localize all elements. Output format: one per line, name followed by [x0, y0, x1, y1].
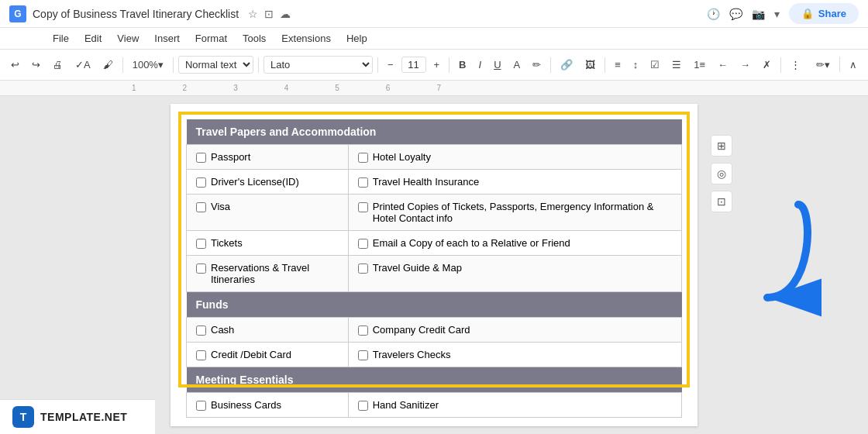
top-bar: G Copy of Business Travel Itinerary Chec…	[0, 0, 868, 28]
checkbox-travel-guide[interactable]	[358, 264, 368, 274]
menu-bar: File Edit View Insert Format Tools Exten…	[0, 28, 868, 50]
table-row: Reservations & Travel Itineraries Travel…	[187, 256, 682, 292]
spellcheck-button[interactable]: ✓A	[71, 57, 95, 73]
cell-reservations: Reservations & Travel Itineraries	[187, 256, 349, 292]
document-page: Travel Papers and Accommodation Passport…	[170, 104, 698, 426]
checkbox-health-insurance[interactable]	[358, 177, 368, 188]
checkbox-hotel-loyalty[interactable]	[358, 153, 368, 163]
clear-format-button[interactable]: ✗	[758, 57, 776, 73]
indent-increase-button[interactable]: →	[735, 57, 755, 73]
history-icon[interactable]: 🕐	[707, 8, 720, 20]
table-row: Credit /Debit Card Travelers Checks	[187, 343, 682, 367]
cell-hotel-loyalty: Hotel Loyalty	[348, 145, 681, 170]
collapse-button[interactable]: ∧	[845, 57, 862, 73]
align-button[interactable]: ≡	[610, 57, 625, 73]
checkbox-drivers-license[interactable]	[196, 177, 206, 188]
checkbox-company-credit[interactable]	[358, 326, 368, 336]
share-button[interactable]: 🔒 Share	[789, 3, 859, 24]
font-size-input[interactable]	[401, 57, 426, 73]
bold-button[interactable]: B	[454, 57, 470, 73]
highlight-button[interactable]: ✏	[528, 57, 546, 73]
cell-cash: Cash	[187, 318, 349, 343]
menu-help[interactable]: Help	[340, 31, 374, 46]
more-options-button[interactable]: ⋮	[786, 57, 805, 73]
cell-drivers-license: Driver's License(ID)	[187, 170, 349, 195]
separator-3	[258, 57, 259, 73]
font-size-plus[interactable]: +	[429, 57, 445, 73]
title-bar-icons: ☆ ⊡ ☁	[248, 8, 291, 20]
star-icon[interactable]: ☆	[248, 8, 258, 20]
sidebar-icon-2[interactable]: ◎	[711, 163, 732, 184]
table-row: Visa Printed Copies of Tickets, Passport…	[187, 195, 682, 231]
watermark: T TEMPLATE.NET	[0, 399, 155, 434]
checkbox-debit-card[interactable]	[196, 350, 206, 360]
undo-button[interactable]: ↩	[6, 57, 24, 73]
checklist-table: Travel Papers and Accommodation Passport…	[186, 119, 682, 418]
redo-button[interactable]: ↪	[27, 57, 45, 73]
separator-5	[449, 57, 450, 73]
cell-travelers-checks: Travelers Checks	[348, 343, 681, 367]
link-button[interactable]: 🔗	[556, 57, 577, 73]
image-button[interactable]: 🖼	[580, 57, 600, 73]
text-style-select[interactable]: Normal text Heading 1 Heading 2	[178, 56, 253, 74]
google-docs-icon: G	[9, 5, 26, 22]
travel-section-title: Travel Papers and Accommodation	[187, 119, 682, 145]
checkbox-hand-sanitizer[interactable]	[358, 401, 368, 411]
checkbox-tickets[interactable]	[196, 239, 206, 249]
camera-dropdown[interactable]: ▾	[774, 8, 780, 20]
camera-icon[interactable]: 📷	[752, 8, 765, 20]
cell-visa: Visa	[187, 195, 349, 231]
print-button[interactable]: 🖨	[48, 57, 67, 73]
format-painter-button[interactable]: 🖌	[98, 57, 118, 73]
cell-company-credit: Company Credit Card	[348, 318, 681, 343]
section-header-travel: Travel Papers and Accommodation	[187, 119, 682, 145]
indent-decrease-button[interactable]: ←	[713, 57, 732, 73]
section-header-meeting: Meeting Essentials	[187, 367, 682, 393]
checkbox-visa[interactable]	[196, 202, 206, 212]
pen-button[interactable]: ✏▾	[811, 57, 835, 73]
checkbox-business-cards[interactable]	[196, 401, 206, 411]
font-size-minus[interactable]: −	[383, 57, 398, 73]
cell-email-copy: Email a Copy of each to a Relative or Fr…	[348, 231, 681, 256]
underline-button[interactable]: U	[489, 57, 505, 73]
cell-debit-card: Credit /Debit Card	[187, 343, 349, 367]
checkbox-reservations[interactable]	[196, 264, 206, 274]
comment-icon[interactable]: 💬	[729, 8, 742, 20]
section-header-funds: Funds	[187, 292, 682, 318]
line-spacing-button[interactable]: ↕	[629, 57, 643, 73]
menu-insert[interactable]: Insert	[148, 31, 186, 46]
zoom-display[interactable]: 100% ▾	[128, 57, 168, 73]
separator-2	[173, 57, 174, 73]
separator-6	[550, 57, 551, 73]
folder-icon[interactable]: ⊡	[264, 8, 274, 20]
checkbox-printed-copies[interactable]	[358, 202, 368, 212]
cell-passport: Passport	[187, 145, 349, 170]
toolbar: ↩ ↪ 🖨 ✓A 🖌 100% ▾ Normal text Heading 1 …	[0, 50, 868, 81]
font-select[interactable]: Lato Arial Times New Roman	[264, 56, 373, 74]
document-title: Copy of Business Travel Itinerary Checkl…	[33, 8, 239, 20]
list-button[interactable]: ☰	[667, 57, 686, 73]
menu-tools[interactable]: Tools	[236, 31, 272, 46]
cell-travel-guide: Travel Guide & Map	[348, 256, 681, 292]
checkbox-cash[interactable]	[196, 326, 206, 336]
checkbox-passport[interactable]	[196, 153, 206, 163]
cloud-icon[interactable]: ☁	[280, 8, 291, 20]
menu-format[interactable]: Format	[189, 31, 233, 46]
menu-extensions[interactable]: Extensions	[275, 31, 337, 46]
checkbox-travelers-checks[interactable]	[358, 350, 368, 360]
table-row: Cash Company Credit Card	[187, 318, 682, 343]
checkbox-email-copy[interactable]	[358, 239, 368, 249]
sidebar-icon-1[interactable]: ⊞	[711, 135, 732, 157]
separator-4	[377, 57, 378, 73]
ordered-list-button[interactable]: 1≡	[689, 57, 710, 73]
menu-file[interactable]: File	[46, 31, 75, 46]
top-bar-right: 🕐 💬 📷 ▾ 🔒 Share	[707, 3, 859, 24]
menu-edit[interactable]: Edit	[78, 31, 108, 46]
italic-button[interactable]: I	[474, 57, 487, 73]
separator-8	[780, 57, 781, 73]
checklist-button[interactable]: ☑	[646, 57, 664, 73]
funds-section-title: Funds	[187, 292, 682, 318]
table-row: Tickets Email a Copy of each to a Relati…	[187, 231, 682, 256]
menu-view[interactable]: View	[111, 31, 145, 46]
text-color-button[interactable]: A	[509, 57, 525, 73]
